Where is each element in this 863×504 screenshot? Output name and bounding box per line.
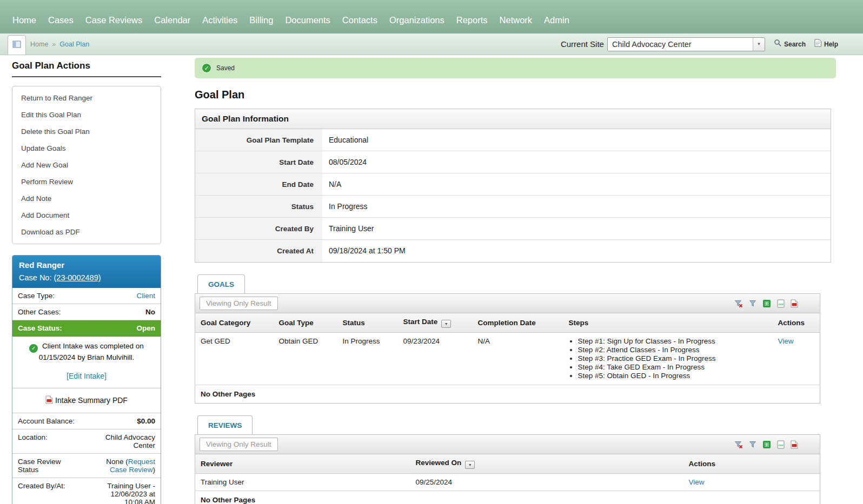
action-delete-goal-plan[interactable]: Delete this Goal Plan — [12, 123, 161, 140]
sort-reviewed-on-button[interactable]: ▼ — [465, 461, 475, 469]
case-review-status-row: Case Review Status None (Request Case Re… — [12, 454, 161, 478]
help-label: Help — [824, 41, 838, 48]
goals-section: GOALS Viewing Only Result csv — [195, 274, 820, 404]
other-cases-value: No — [145, 308, 155, 316]
top-navigation: Home Cases Case Reviews Calendar Activit… — [0, 0, 863, 33]
account-balance-row: Account Balance: $0.00 — [12, 413, 161, 429]
nav-item-organizations[interactable]: Organizations — [383, 15, 450, 33]
case-no-label: Case No: — [19, 273, 51, 282]
breadcrumb-bar: Home » Goal Plan Current Site Child Advo… — [0, 33, 863, 55]
nav-item-case-reviews[interactable]: Case Reviews — [79, 15, 148, 33]
action-add-new-goal[interactable]: Add New Goal — [12, 157, 161, 173]
sidebar-toggle-icon — [12, 41, 21, 50]
intake-note-text: Client Intake was completed on 01/15/202… — [39, 342, 144, 361]
action-perform-review[interactable]: Perform Review — [12, 173, 161, 190]
goals-toolbar: Viewing Only Result csv — [195, 293, 820, 313]
case-no-link[interactable]: (23-0002489) — [54, 273, 101, 282]
nav-item-cases[interactable]: Cases — [42, 15, 79, 33]
excel-export-icon[interactable] — [762, 299, 771, 308]
action-edit-goal-plan[interactable]: Edit this Goal Plan — [12, 106, 161, 123]
nav-item-admin[interactable]: Admin — [538, 15, 575, 33]
goals-viewing-status: Viewing Only Result — [200, 297, 278, 310]
chevron-down-icon[interactable]: ▼ — [753, 38, 765, 51]
nav-item-billing[interactable]: Billing — [243, 15, 279, 33]
pdf-export-icon[interactable] — [791, 440, 798, 449]
nav-item-documents[interactable]: Documents — [279, 15, 336, 33]
sidebar-toggle-button[interactable] — [8, 35, 26, 55]
svg-text:csv: csv — [778, 302, 784, 305]
nav-item-network[interactable]: Network — [494, 15, 539, 33]
goal-plan-actions-title: Goal Plan Actions — [12, 61, 161, 77]
info-label: Start Date — [195, 151, 322, 173]
view-goal-link[interactable]: View — [778, 337, 794, 345]
goal-plan-information-panel: Goal Plan Information Goal Plan Template… — [195, 109, 831, 263]
page-title: Goal Plan — [195, 89, 836, 101]
reviews-section: REVIEWS Viewing Only Result csv — [195, 415, 820, 504]
action-add-note[interactable]: Add Note — [12, 190, 161, 207]
case-summary-card: Red Ranger Case No: (23-0002489) Case Ty… — [12, 255, 161, 504]
sort-start-date-button[interactable]: ▼ — [441, 320, 451, 328]
breadcrumb-home-link[interactable]: Home — [30, 41, 48, 48]
main-content: ✓ Saved Goal Plan Goal Plan Information … — [195, 58, 836, 504]
info-value: In Progress — [322, 196, 831, 217]
action-return-to-case[interactable]: Return to Red Ranger — [12, 90, 161, 106]
col-goal-type: Goal Type — [274, 313, 337, 333]
location-label: Location: — [18, 433, 48, 441]
case-review-status-label: Case Review Status — [18, 458, 77, 474]
info-label: End Date — [195, 173, 322, 195]
goal-step: Step #1: Sign Up for Classes - In Progre… — [578, 337, 767, 346]
goal-row: Get GED Obtain GED In Progress 09/23/202… — [195, 333, 820, 385]
sidebar: Goal Plan Actions Return to Red Ranger E… — [12, 61, 161, 504]
case-status-label: Case Status: — [18, 324, 62, 332]
pdf-export-icon[interactable] — [791, 299, 798, 308]
nav-item-contacts[interactable]: Contacts — [336, 15, 383, 33]
tab-goals[interactable]: GOALS — [197, 274, 245, 293]
action-add-document[interactable]: Add Document — [12, 207, 161, 224]
nav-item-reports[interactable]: Reports — [450, 15, 494, 33]
tab-reviews[interactable]: REVIEWS — [197, 415, 253, 434]
goal-completion-date-cell: N/A — [473, 333, 563, 385]
pdf-file-icon — [45, 395, 53, 406]
current-site-value: Child Advocacy Center — [608, 40, 753, 49]
nav-item-home[interactable]: Home — [6, 15, 42, 33]
col-actions: Actions — [773, 313, 820, 333]
csv-export-icon[interactable]: csv — [776, 440, 785, 449]
clear-filter-icon[interactable] — [734, 440, 743, 449]
help-button[interactable]: Help — [814, 39, 838, 49]
info-value: N/A — [322, 173, 831, 195]
info-label: Status — [195, 196, 322, 217]
goal-status-cell: In Progress — [337, 333, 398, 385]
search-button[interactable]: Search — [774, 39, 806, 49]
nav-item-activities[interactable]: Activities — [196, 15, 243, 33]
info-value: 09/18/2024 at 1:50 PM — [322, 240, 831, 262]
view-review-link[interactable]: View — [689, 478, 705, 486]
intake-summary-pdf-row: Intake Summary PDF — [12, 388, 161, 413]
saved-notification-banner: ✓ Saved — [195, 58, 836, 78]
goals-toolbar-icons: csv — [734, 299, 815, 308]
intake-summary-pdf-link[interactable]: Intake Summary PDF — [55, 396, 128, 405]
col-reviewer: Reviewer — [195, 454, 410, 474]
case-status-row: Case Status: Open — [12, 320, 161, 337]
other-cases-row: Other Cases: No — [12, 304, 161, 320]
excel-export-icon[interactable] — [762, 440, 771, 449]
search-icon — [774, 39, 782, 49]
case-type-link[interactable]: Client — [136, 292, 155, 300]
current-site-selector[interactable]: Child Advocacy Center ▼ — [607, 37, 765, 51]
info-value: Educational — [322, 129, 831, 151]
svg-text:csv: csv — [778, 443, 784, 446]
clear-filter-icon[interactable] — [734, 299, 743, 308]
action-update-goals[interactable]: Update Goals — [12, 140, 161, 157]
intake-completed-note: ✓ Client Intake was completed on 01/15/2… — [12, 337, 161, 365]
filter-icon[interactable] — [748, 440, 757, 449]
check-icon: ✓ — [29, 344, 38, 353]
breadcrumb-current-page[interactable]: Goal Plan — [59, 41, 89, 48]
filter-icon[interactable] — [748, 299, 757, 308]
reviewed-on-cell: 09/25/2024 — [410, 474, 683, 491]
created-by-row: Created By/At: Training User - 12/06/202… — [12, 478, 161, 504]
edit-intake-link[interactable]: [Edit Intake] — [67, 372, 107, 380]
site-controls: Current Site Child Advocacy Center ▼ Sea… — [561, 37, 863, 51]
reviews-table: Reviewer Reviewed On▼ Actions Training U… — [195, 454, 820, 504]
nav-item-calendar[interactable]: Calendar — [148, 15, 196, 33]
action-download-pdf[interactable]: Download as PDF — [12, 224, 161, 240]
csv-export-icon[interactable]: csv — [776, 299, 785, 308]
